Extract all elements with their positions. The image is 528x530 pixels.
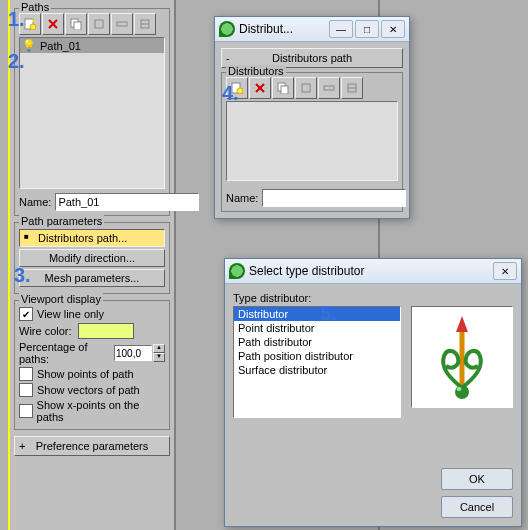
- svg-rect-7: [117, 22, 127, 26]
- path-name-input[interactable]: [55, 193, 199, 211]
- dialog-title: Select type distributor: [249, 264, 493, 278]
- copy-distributor-button[interactable]: [272, 77, 294, 99]
- svg-rect-16: [302, 84, 310, 92]
- paths-toolbar: [19, 13, 165, 35]
- select-type-dialog: Select type distributor ✕ Type distribut…: [224, 258, 522, 527]
- svg-point-22: [455, 385, 469, 399]
- show-x-points-checkbox[interactable]: Show x-points on the paths: [19, 399, 165, 423]
- svg-point-1: [30, 24, 36, 30]
- dist-extra1-button[interactable]: [295, 77, 317, 99]
- path-item-label: Path_01: [40, 40, 81, 52]
- mesh-parameters-button[interactable]: Mesh parameters...: [19, 269, 165, 287]
- distributors-group: Distributors Name:: [221, 72, 403, 212]
- svg-point-23: [457, 387, 462, 391]
- path-params-legend: Path parameters: [19, 215, 104, 227]
- distributors-list[interactable]: [226, 101, 398, 181]
- view-line-only-checkbox[interactable]: ✔View line only: [19, 307, 165, 321]
- viewport-legend: Viewport display: [19, 293, 103, 305]
- list-item[interactable]: Path distributor: [234, 335, 400, 349]
- delete-distributor-button[interactable]: [249, 77, 271, 99]
- name-label: Name:: [19, 196, 51, 208]
- svg-rect-17: [324, 86, 334, 90]
- distributors-legend: Distributors: [226, 65, 286, 77]
- viewport-display-group: Viewport display ✔View line only Wire co…: [14, 300, 170, 430]
- list-item[interactable]: Distributor: [234, 307, 400, 321]
- plus-icon: +: [19, 437, 25, 455]
- list-item[interactable]: Surface distributor: [234, 363, 400, 377]
- copy-path-button[interactable]: [65, 13, 87, 35]
- window-title: Distribut...: [239, 22, 329, 36]
- modify-direction-button[interactable]: Modify direction...: [19, 249, 165, 267]
- spinner-down-icon[interactable]: ▼: [153, 353, 165, 362]
- type-preview: [411, 306, 513, 408]
- new-distributor-button[interactable]: [226, 77, 248, 99]
- close-button[interactable]: ✕: [493, 262, 517, 280]
- paths-group: Paths 💡 Path_01 Name:: [14, 8, 170, 216]
- distributors-window: Distribut... — □ ✕ - Distributors path D…: [214, 16, 410, 219]
- cancel-button[interactable]: Cancel: [441, 496, 513, 518]
- app-icon: [219, 21, 235, 37]
- svg-point-11: [237, 88, 243, 94]
- show-vectors-checkbox[interactable]: Show vectors of path: [19, 383, 165, 397]
- distributors-path-button[interactable]: Distributors path...: [19, 229, 165, 247]
- dist-name-label: Name:: [226, 192, 258, 204]
- list-item[interactable]: 💡 Path_01: [20, 38, 164, 53]
- svg-marker-21: [456, 316, 468, 332]
- dist-name-input[interactable]: [262, 189, 406, 207]
- app-icon: [229, 263, 245, 279]
- preference-parameters-rollup[interactable]: + Preference parameters: [14, 436, 170, 456]
- svg-rect-6: [95, 20, 103, 28]
- command-panel: Paths 💡 Path_01 Name: Path para: [8, 0, 176, 530]
- path-extra1-button[interactable]: [88, 13, 110, 35]
- show-points-checkbox[interactable]: Show points of path: [19, 367, 165, 381]
- delete-path-button[interactable]: [42, 13, 64, 35]
- svg-rect-15: [281, 86, 288, 94]
- spinner-up-icon[interactable]: ▲: [153, 344, 165, 353]
- path-extra3-button[interactable]: [134, 13, 156, 35]
- paths-list[interactable]: 💡 Path_01: [19, 37, 165, 189]
- path-params-group: Path parameters Distributors path... Mod…: [14, 222, 170, 294]
- distributors-toolbar: [226, 77, 398, 99]
- path-extra2-button[interactable]: [111, 13, 133, 35]
- type-list[interactable]: Distributor Point distributor Path distr…: [233, 306, 401, 418]
- ok-button[interactable]: OK: [441, 468, 513, 490]
- wire-color-swatch[interactable]: [78, 323, 134, 339]
- percentage-label: Percentage of paths:: [19, 341, 110, 365]
- new-path-button[interactable]: [19, 13, 41, 35]
- list-item[interactable]: Point distributor: [234, 321, 400, 335]
- wire-color-row: Wire color:: [19, 323, 165, 339]
- maximize-button[interactable]: □: [355, 20, 379, 38]
- percentage-spinner[interactable]: ▲▼: [114, 344, 165, 362]
- close-button[interactable]: ✕: [381, 20, 405, 38]
- svg-rect-5: [74, 22, 81, 30]
- titlebar: Select type distributor ✕: [225, 259, 521, 284]
- paths-legend: Paths: [19, 1, 51, 13]
- type-label: Type distributor:: [233, 292, 513, 304]
- titlebar: Distribut... — □ ✕: [215, 17, 409, 42]
- minimize-button[interactable]: —: [329, 20, 353, 38]
- list-item[interactable]: Path position distributor: [234, 349, 400, 363]
- lightbulb-icon: 💡: [22, 39, 36, 52]
- dist-extra2-button[interactable]: [318, 77, 340, 99]
- dist-extra3-button[interactable]: [341, 77, 363, 99]
